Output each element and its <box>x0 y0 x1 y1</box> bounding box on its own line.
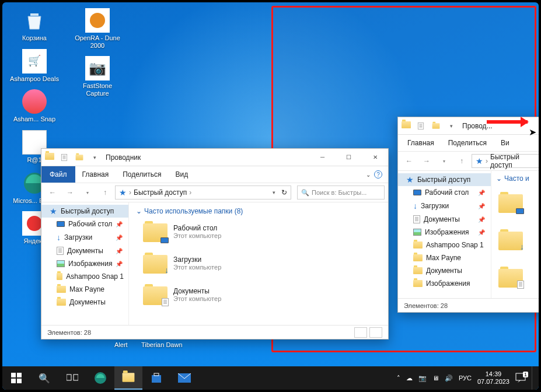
pin-icon: 📌 <box>116 221 123 228</box>
nav-item[interactable]: Документы📌 <box>41 244 128 257</box>
nav-item[interactable]: ★Быстрый доступ <box>41 205 128 218</box>
folder-item[interactable] <box>498 192 523 213</box>
breadcrumb[interactable]: Быстрый доступ <box>134 188 187 197</box>
qat-dropdown-button[interactable]: ▾ <box>445 120 458 132</box>
view-icons-button[interactable] <box>369 327 382 338</box>
search-input[interactable]: 🔍 Поиск в: Быстры... <box>297 186 385 200</box>
nav-item[interactable]: Изображения <box>398 277 491 290</box>
view-details-button[interactable] <box>354 327 367 338</box>
ashampoo-deals-icon[interactable]: 🛒Ashampoo Deals <box>9 49 60 83</box>
search-button[interactable]: 🔍 <box>30 366 58 390</box>
folder-item[interactable] <box>498 267 523 288</box>
tray-network-icon[interactable]: 🖥 <box>432 374 439 382</box>
nav-item[interactable]: ↓Загрузки📌 <box>41 230 128 244</box>
folder-item[interactable]: Рабочий столЭтот компьютер <box>136 221 381 242</box>
tab-view[interactable]: Вид <box>168 167 195 182</box>
start-button[interactable] <box>2 366 30 390</box>
breadcrumb[interactable]: Быстрый доступ <box>490 153 539 169</box>
qat-newfolder-button[interactable] <box>73 151 86 164</box>
section-header[interactable]: ⌄ Часто используемые папки (8) <box>136 207 381 215</box>
back-button[interactable]: ← <box>45 185 60 200</box>
item-count: Элементов: 28 <box>404 302 448 309</box>
nav-item[interactable]: Изображения📌 <box>41 257 128 270</box>
nav-item[interactable]: Документы <box>398 264 491 277</box>
nav-item[interactable]: Документы📌 <box>398 213 491 226</box>
address-bar[interactable]: ★ › Быстрый доступ <box>472 154 539 168</box>
nav-label: Документы <box>424 215 460 223</box>
nav-item[interactable]: Рабочий стол📌 <box>41 218 128 230</box>
qat-newfolder-button[interactable] <box>430 120 442 132</box>
taskbar[interactable]: 🔍 ˄ ☁ 📷 🖥 🔊 РУС 14:39 07.07.2023 <box>2 366 539 390</box>
up-button[interactable]: ↑ <box>454 153 469 169</box>
explorer-window-2[interactable]: ▾ Провод... Главная Поделиться Ви ← → ▾ … <box>397 117 539 313</box>
folder-item[interactable]: ↓ЗагрузкиЭтот компьютер <box>136 253 381 274</box>
recent-dropdown[interactable]: ▾ <box>80 185 95 200</box>
recycle-bin-icon[interactable]: Корзина <box>9 8 60 42</box>
forward-button[interactable]: → <box>62 185 78 200</box>
taskbar-explorer-icon[interactable] <box>114 366 142 390</box>
section-header[interactable]: ⌄ Часто и <box>496 174 539 183</box>
titlebar[interactable]: ▾ Проводник ─ ☐ ✕ <box>41 149 388 166</box>
back-button[interactable]: ← <box>402 153 417 169</box>
desktop-icon-label[interactable]: Tiberian Dawn <box>141 341 183 348</box>
nav-label: Документы <box>426 267 462 275</box>
tray-overflow-button[interactable]: ˄ <box>397 374 400 382</box>
nav-item[interactable]: Ashampoo Snap 1 <box>398 239 491 251</box>
forward-button[interactable]: → <box>419 153 434 169</box>
qat-properties-button[interactable] <box>58 151 71 164</box>
folder-item[interactable]: ДокументыЭтот компьютер <box>136 284 381 305</box>
desktop-icon-label[interactable]: Alert <box>114 341 128 348</box>
close-button[interactable]: ✕ <box>362 149 388 166</box>
content-pane[interactable]: ⌄ Часто и ↓ <box>491 171 539 298</box>
ashampoo-snap-icon[interactable]: Asham... Snap <box>9 89 60 123</box>
folder-item[interactable]: ↓ <box>498 229 523 250</box>
nav-item[interactable]: ↓Загрузки📌 <box>398 199 491 213</box>
tray-language[interactable]: РУС <box>459 374 472 382</box>
nav-item[interactable]: ★Быстрый доступ <box>398 173 491 186</box>
maximize-button[interactable]: ☐ <box>336 149 362 166</box>
taskbar-mail-icon[interactable] <box>170 366 198 390</box>
tray-onedrive-icon[interactable]: ☁ <box>406 374 413 382</box>
faststone-icon[interactable]: 📷FastStone Capture <box>72 56 123 97</box>
explorer-window-1[interactable]: ▾ Проводник ─ ☐ ✕ Файл Главная Поделитьс… <box>41 148 389 340</box>
notification-center-button[interactable]: 1 <box>515 373 526 383</box>
openra-dune-icon[interactable]: OpenRA - Dune 2000 <box>72 8 123 49</box>
nav-item[interactable]: Max Payne <box>41 283 128 296</box>
desktop[interactable]: Корзина🛒Ashampoo DealsAsham... SnapR@1Mi… <box>2 2 539 390</box>
refresh-button[interactable]: ↻ <box>281 188 287 197</box>
tab-share[interactable]: Поделиться <box>116 167 168 182</box>
help-button[interactable]: ? <box>374 170 382 178</box>
taskbar-edge-icon[interactable] <box>86 366 114 390</box>
taskview-button[interactable] <box>58 366 86 390</box>
navigation-pane[interactable]: ★Быстрый доступРабочий стол📌↓Загрузки📌До… <box>41 202 129 325</box>
nav-item[interactable]: Документы <box>41 296 128 309</box>
content-pane[interactable]: ⌄ Часто используемые папки (8) Рабочий с… <box>129 202 388 325</box>
address-bar[interactable]: ★ › Быстрый доступ › ▾ ↻ <box>115 186 291 200</box>
qat-dropdown-button[interactable]: ▾ <box>88 151 101 164</box>
nav-item[interactable]: Ashampoo Snap 1 <box>41 270 128 283</box>
up-button[interactable]: ↑ <box>97 185 113 200</box>
nav-item[interactable]: Max Payne <box>398 251 491 264</box>
tab-view[interactable]: Ви <box>494 135 516 150</box>
tab-home[interactable]: Главная <box>75 167 116 182</box>
breadcrumb-sep: › <box>129 188 131 197</box>
minimize-button[interactable]: ─ <box>309 149 336 166</box>
tab-file[interactable]: Файл <box>41 166 75 183</box>
ribbon-expand-button[interactable]: ⌄ <box>366 172 371 178</box>
taskbar-store-icon[interactable] <box>142 366 170 390</box>
recent-dropdown[interactable]: ▾ <box>437 153 452 169</box>
nav-item[interactable]: Изображения📌 <box>398 226 491 239</box>
navigation-pane[interactable]: ★Быстрый доступРабочий стол📌↓Загрузки📌До… <box>398 171 491 298</box>
nav-item[interactable]: Рабочий стол📌 <box>398 186 491 199</box>
qat-properties-button[interactable] <box>414 120 427 132</box>
tab-share[interactable]: Поделиться <box>441 135 494 150</box>
system-tray: ˄ ☁ 📷 🖥 🔊 РУС 14:39 07.07.2023 1 <box>397 366 539 390</box>
clock[interactable]: 14:39 07.07.2023 <box>477 370 509 386</box>
pin-icon: 📌 <box>478 203 485 209</box>
nav-label: Max Payne <box>69 285 104 293</box>
tray-meetnow-icon[interactable]: 📷 <box>418 374 427 382</box>
show-desktop-button[interactable] <box>532 366 535 390</box>
tray-volume-icon[interactable]: 🔊 <box>445 374 453 382</box>
tab-home[interactable]: Главная <box>398 135 441 150</box>
addr-dropdown-icon[interactable]: ▾ <box>273 190 275 195</box>
